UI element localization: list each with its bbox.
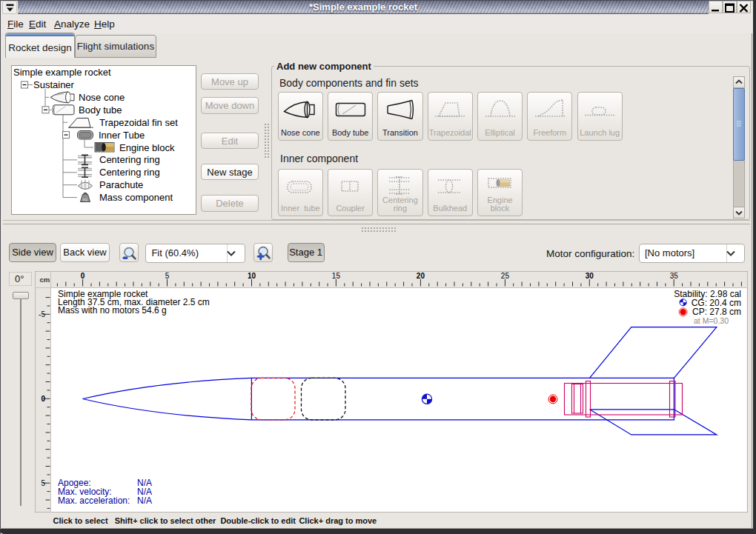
svg-text:20: 20: [417, 272, 425, 280]
svg-text:25: 25: [501, 272, 510, 280]
svg-text:CP: 27.8 cm: CP: 27.8 cm: [692, 307, 741, 317]
svg-text:kg: kg: [83, 197, 87, 201]
svg-text:at M=0.30: at M=0.30: [694, 316, 729, 325]
svg-text:cm: cm: [40, 276, 50, 284]
svg-text:15: 15: [332, 272, 341, 280]
svg-text:10: 10: [248, 272, 256, 280]
svg-text:Max. acceleration:: Max. acceleration:: [58, 495, 130, 506]
svg-text:5: 5: [165, 272, 170, 280]
svg-text:N/A: N/A: [137, 495, 152, 506]
svg-text:0: 0: [41, 395, 45, 403]
svg-text:30: 30: [586, 272, 594, 280]
svg-text:0: 0: [81, 272, 85, 280]
svg-text:Mass with no motors 54.6 g: Mass with no motors 54.6 g: [58, 305, 167, 316]
svg-text:5: 5: [41, 479, 45, 487]
svg-text:-5: -5: [39, 310, 45, 318]
svg-text:35: 35: [670, 272, 679, 280]
